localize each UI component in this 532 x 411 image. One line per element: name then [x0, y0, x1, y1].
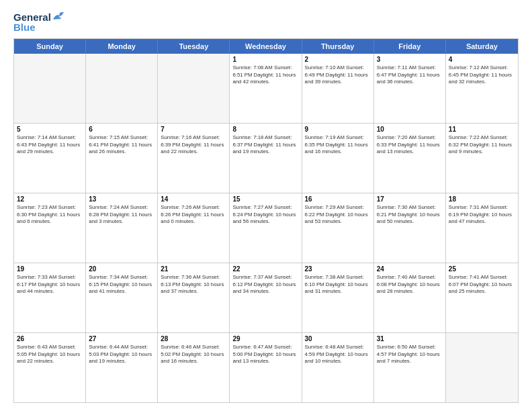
calendar-cell: 9Sunrise: 7:19 AM Sunset: 6:35 PM Daylig…: [302, 124, 374, 193]
day-info: Sunrise: 7:08 AM Sunset: 6:51 PM Dayligh…: [232, 64, 298, 86]
calendar-cell: 18Sunrise: 7:31 AM Sunset: 6:19 PM Dayli…: [446, 193, 518, 263]
day-info: Sunrise: 7:24 AM Sunset: 6:28 PM Dayligh…: [89, 204, 154, 226]
calendar-cell: [446, 333, 518, 402]
calendar-cell: [14, 54, 86, 123]
calendar-cell: 14Sunrise: 7:26 AM Sunset: 6:26 PM Dayli…: [158, 193, 230, 263]
day-info: Sunrise: 7:34 AM Sunset: 6:15 PM Dayligh…: [89, 274, 154, 295]
day-number: 26: [17, 335, 83, 342]
calendar-cell: 17Sunrise: 7:30 AM Sunset: 6:21 PM Dayli…: [374, 193, 446, 263]
day-info: Sunrise: 7:10 AM Sunset: 6:49 PM Dayligh…: [305, 64, 371, 86]
day-info: Sunrise: 7:23 AM Sunset: 6:30 PM Dayligh…: [17, 204, 83, 226]
day-info: Sunrise: 7:18 AM Sunset: 6:37 PM Dayligh…: [232, 134, 298, 156]
day-info: Sunrise: 7:36 AM Sunset: 6:13 PM Dayligh…: [161, 274, 226, 295]
calendar-cell: 1Sunrise: 7:08 AM Sunset: 6:51 PM Daylig…: [230, 54, 302, 123]
day-number: 2: [305, 56, 371, 63]
day-info: Sunrise: 7:22 AM Sunset: 6:32 PM Dayligh…: [449, 134, 515, 156]
day-info: Sunrise: 7:14 AM Sunset: 6:43 PM Dayligh…: [17, 134, 83, 156]
header-day-saturday: Saturday: [446, 39, 518, 54]
header-day-sunday: Sunday: [14, 39, 86, 54]
day-number: 11: [449, 126, 515, 133]
calendar-cell: 22Sunrise: 7:37 AM Sunset: 6:12 PM Dayli…: [230, 263, 302, 332]
day-number: 4: [449, 56, 515, 63]
day-number: 3: [377, 56, 443, 63]
calendar-week-1: 1Sunrise: 7:08 AM Sunset: 6:51 PM Daylig…: [14, 54, 518, 124]
calendar-cell: 27Sunrise: 6:44 AM Sunset: 5:03 PM Dayli…: [86, 333, 158, 402]
calendar-cell: 5Sunrise: 7:14 AM Sunset: 6:43 PM Daylig…: [14, 124, 86, 193]
day-info: Sunrise: 6:47 AM Sunset: 5:00 PM Dayligh…: [232, 344, 298, 365]
day-info: Sunrise: 7:41 AM Sunset: 6:07 PM Dayligh…: [449, 274, 515, 295]
day-number: 9: [305, 126, 371, 133]
day-number: 30: [305, 335, 371, 342]
calendar-body: 1Sunrise: 7:08 AM Sunset: 6:51 PM Daylig…: [14, 54, 518, 402]
header-day-wednesday: Wednesday: [230, 39, 302, 54]
calendar-cell: 16Sunrise: 7:29 AM Sunset: 6:22 PM Dayli…: [302, 193, 374, 263]
day-number: 22: [232, 265, 298, 273]
header-day-monday: Monday: [86, 39, 158, 54]
calendar-cell: 24Sunrise: 7:40 AM Sunset: 6:08 PM Dayli…: [374, 263, 446, 332]
calendar-cell: 31Sunrise: 6:50 AM Sunset: 4:57 PM Dayli…: [374, 333, 446, 402]
logo-bird-icon: [52, 12, 66, 21]
day-info: Sunrise: 6:44 AM Sunset: 5:03 PM Dayligh…: [89, 344, 154, 365]
day-info: Sunrise: 7:27 AM Sunset: 6:24 PM Dayligh…: [232, 204, 298, 226]
calendar-cell: 30Sunrise: 6:48 AM Sunset: 4:59 PM Dayli…: [302, 333, 374, 402]
day-info: Sunrise: 6:43 AM Sunset: 5:05 PM Dayligh…: [17, 344, 83, 365]
calendar-cell: 13Sunrise: 7:24 AM Sunset: 6:28 PM Dayli…: [86, 193, 158, 263]
calendar-cell: 23Sunrise: 7:38 AM Sunset: 6:10 PM Dayli…: [302, 263, 374, 332]
day-number: 10: [377, 126, 443, 133]
day-number: 8: [232, 126, 298, 133]
day-info: Sunrise: 7:29 AM Sunset: 6:22 PM Dayligh…: [305, 204, 371, 226]
day-info: Sunrise: 7:20 AM Sunset: 6:33 PM Dayligh…: [377, 134, 443, 156]
day-number: 6: [89, 126, 154, 133]
day-number: 15: [232, 195, 298, 203]
day-number: 20: [89, 265, 154, 273]
header-day-friday: Friday: [374, 39, 446, 54]
day-info: Sunrise: 7:12 AM Sunset: 6:45 PM Dayligh…: [449, 64, 515, 86]
day-info: Sunrise: 7:40 AM Sunset: 6:08 PM Dayligh…: [377, 274, 443, 295]
day-number: 19: [17, 265, 83, 273]
day-info: Sunrise: 7:16 AM Sunset: 6:39 PM Dayligh…: [161, 134, 226, 156]
calendar-cell: 20Sunrise: 7:34 AM Sunset: 6:15 PM Dayli…: [86, 263, 158, 332]
day-number: 24: [377, 265, 443, 273]
day-info: Sunrise: 7:31 AM Sunset: 6:19 PM Dayligh…: [449, 204, 515, 226]
calendar-header: SundayMondayTuesdayWednesdayThursdayFrid…: [14, 39, 518, 54]
day-number: 5: [17, 126, 83, 133]
page: General Blue SundayMondayTuesdayWednesda…: [0, 0, 532, 411]
day-number: 1: [232, 56, 298, 63]
calendar-cell: 19Sunrise: 7:33 AM Sunset: 6:17 PM Dayli…: [14, 263, 86, 332]
calendar-cell: 2Sunrise: 7:10 AM Sunset: 6:49 PM Daylig…: [302, 54, 374, 123]
calendar-cell: 4Sunrise: 7:12 AM Sunset: 6:45 PM Daylig…: [446, 54, 518, 123]
day-info: Sunrise: 7:30 AM Sunset: 6:21 PM Dayligh…: [377, 204, 443, 226]
calendar: SundayMondayTuesdayWednesdayThursdayFrid…: [13, 38, 519, 403]
day-number: 17: [377, 195, 443, 203]
calendar-week-2: 5Sunrise: 7:14 AM Sunset: 6:43 PM Daylig…: [14, 124, 518, 193]
day-number: 31: [377, 335, 443, 342]
day-info: Sunrise: 7:33 AM Sunset: 6:17 PM Dayligh…: [17, 274, 83, 295]
calendar-week-3: 12Sunrise: 7:23 AM Sunset: 6:30 PM Dayli…: [14, 193, 518, 263]
day-number: 14: [161, 195, 226, 203]
calendar-cell: 29Sunrise: 6:47 AM Sunset: 5:00 PM Dayli…: [230, 333, 302, 402]
header-day-tuesday: Tuesday: [158, 39, 230, 54]
calendar-cell: 25Sunrise: 7:41 AM Sunset: 6:07 PM Dayli…: [446, 263, 518, 332]
day-info: Sunrise: 7:19 AM Sunset: 6:35 PM Dayligh…: [305, 134, 371, 156]
calendar-cell: [86, 54, 158, 123]
day-info: Sunrise: 6:46 AM Sunset: 5:02 PM Dayligh…: [161, 344, 226, 365]
calendar-cell: 26Sunrise: 6:43 AM Sunset: 5:05 PM Dayli…: [14, 333, 86, 402]
day-info: Sunrise: 7:37 AM Sunset: 6:12 PM Dayligh…: [232, 274, 298, 295]
calendar-cell: 8Sunrise: 7:18 AM Sunset: 6:37 PM Daylig…: [230, 124, 302, 193]
day-info: Sunrise: 6:48 AM Sunset: 4:59 PM Dayligh…: [305, 344, 371, 365]
day-info: Sunrise: 7:15 AM Sunset: 6:41 PM Dayligh…: [89, 134, 154, 156]
day-info: Sunrise: 6:50 AM Sunset: 4:57 PM Dayligh…: [377, 344, 443, 365]
day-number: 21: [161, 265, 226, 273]
day-number: 12: [17, 195, 83, 203]
calendar-cell: 6Sunrise: 7:15 AM Sunset: 6:41 PM Daylig…: [86, 124, 158, 193]
calendar-cell: 10Sunrise: 7:20 AM Sunset: 6:33 PM Dayli…: [374, 124, 446, 193]
day-number: 16: [305, 195, 371, 203]
calendar-week-4: 19Sunrise: 7:33 AM Sunset: 6:17 PM Dayli…: [14, 263, 518, 333]
day-info: Sunrise: 7:11 AM Sunset: 6:47 PM Dayligh…: [377, 64, 443, 86]
calendar-cell: 3Sunrise: 7:11 AM Sunset: 6:47 PM Daylig…: [374, 54, 446, 123]
calendar-cell: 21Sunrise: 7:36 AM Sunset: 6:13 PM Dayli…: [158, 263, 230, 332]
calendar-week-5: 26Sunrise: 6:43 AM Sunset: 5:05 PM Dayli…: [14, 333, 518, 402]
logo-blue-text: Blue: [13, 22, 66, 34]
day-number: 23: [305, 265, 371, 273]
header-day-thursday: Thursday: [302, 39, 374, 54]
